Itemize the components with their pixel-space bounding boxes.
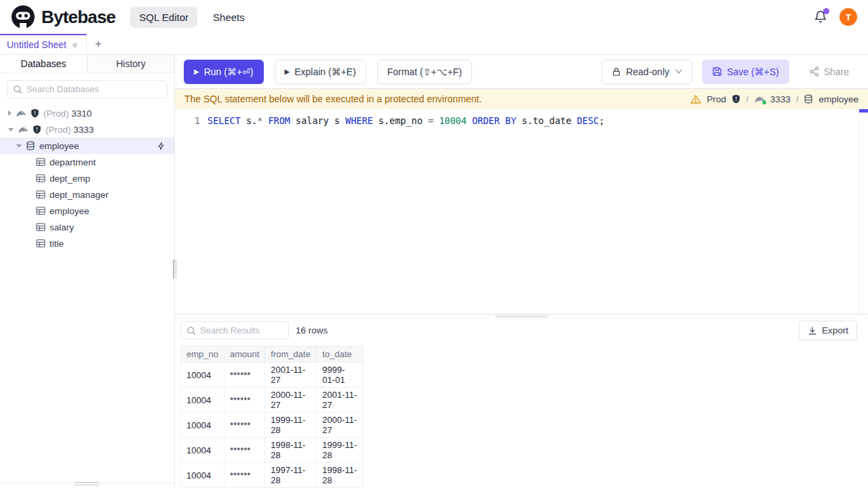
search-databases-input[interactable] bbox=[26, 84, 161, 94]
main-nav: SQL Editor Sheets bbox=[130, 7, 254, 28]
instance-online-dot bbox=[762, 100, 766, 104]
breadcrumb-database[interactable]: employee bbox=[818, 94, 859, 104]
search-icon bbox=[186, 326, 196, 336]
breadcrumb-instance[interactable]: 3333 bbox=[770, 94, 791, 104]
tab-databases[interactable]: Databases bbox=[0, 55, 87, 73]
sidebar-table-dept_manager[interactable]: dept_manager bbox=[0, 186, 174, 203]
table-row[interactable]: 10004******2001-11-279999-01-01 bbox=[181, 363, 363, 388]
sql-token: s.emp_no bbox=[373, 115, 428, 126]
environment-shield-icon bbox=[31, 108, 39, 118]
table-row[interactable]: 10004******2000-11-272001-11-27 bbox=[181, 388, 363, 413]
table-name: dept_emp bbox=[50, 174, 90, 184]
table-cell: ****** bbox=[224, 388, 264, 413]
instance-prod-3310[interactable]: (Prod) 3310 bbox=[0, 105, 174, 121]
chevron-down-icon bbox=[675, 69, 682, 74]
database-tree: (Prod) 3310 (Prod) 3333 employee bbox=[0, 105, 174, 251]
sidebar-bottom-resize-handle[interactable] bbox=[75, 481, 99, 487]
sidebar-resize-handle[interactable] bbox=[172, 260, 177, 279]
share-button[interactable]: Share bbox=[799, 60, 859, 84]
overview-ruler-mark bbox=[859, 109, 868, 113]
content: Databases History (Prod) 3310 (Pr bbox=[0, 55, 868, 488]
column-header-amount[interactable]: amount bbox=[224, 346, 264, 363]
sidebar-table-salary[interactable]: salary bbox=[0, 219, 174, 235]
share-icon bbox=[809, 66, 819, 77]
caret-right-icon[interactable] bbox=[8, 110, 12, 116]
run-button[interactable]: ▶ Run (⌘+⏎) bbox=[184, 60, 264, 84]
navbar-right: T bbox=[814, 8, 857, 26]
sidebar: Databases History (Prod) 3310 (Pr bbox=[0, 55, 175, 488]
column-header-emp_no[interactable]: emp_no bbox=[181, 346, 224, 363]
top-navbar: Bytebase SQL Editor Sheets T bbox=[0, 0, 868, 34]
table-icon bbox=[36, 174, 45, 182]
instance-prod-3333[interactable]: (Prod) 3333 bbox=[0, 121, 174, 138]
sidebar-table-employee[interactable]: employee bbox=[0, 203, 174, 219]
environment-shield-icon bbox=[732, 94, 741, 104]
table-row[interactable]: 10004******1997-11-281998-11-28 bbox=[181, 463, 363, 488]
table-row[interactable]: 10004******1999-11-282000-11-27 bbox=[181, 413, 363, 438]
nav-sql-editor[interactable]: SQL Editor bbox=[130, 7, 197, 28]
editor-toolbar: ▶ Run (⌘+⏎) ▶ Explain (⌘+E) Format (⇧+⌥+… bbox=[175, 55, 868, 89]
new-sheet-button[interactable]: + bbox=[87, 34, 110, 54]
banner-message: The SQL statement below will be executed… bbox=[184, 94, 481, 104]
results-search[interactable] bbox=[180, 321, 289, 340]
save-button[interactable]: Save (⌘+S) bbox=[702, 60, 789, 84]
unsaved-dot-icon bbox=[73, 43, 77, 47]
caret-down-icon[interactable] bbox=[8, 128, 14, 131]
sidebar-table-title[interactable]: title bbox=[0, 235, 174, 251]
mysql-icon bbox=[754, 95, 765, 104]
play-icon: ▶ bbox=[285, 68, 290, 75]
table-name: employee bbox=[50, 206, 90, 216]
sql-statement: SELECT s.* FROM salary s WHERE s.emp_no … bbox=[208, 115, 604, 127]
table-cell: 9999-01-01 bbox=[317, 363, 363, 388]
tab-history[interactable]: History bbox=[87, 55, 174, 73]
table-row[interactable]: 10004******1998-11-281999-11-28 bbox=[181, 438, 363, 463]
table-cell: ****** bbox=[224, 463, 264, 488]
caret-down-icon[interactable] bbox=[16, 144, 22, 148]
sql-token: DESC bbox=[577, 115, 599, 126]
column-header-to_date[interactable]: to_date bbox=[317, 346, 363, 363]
results-table: emp_noamountfrom_dateto_date10004******2… bbox=[180, 346, 363, 488]
table-cell: ****** bbox=[224, 438, 264, 463]
table-cell: 2001-11-27 bbox=[317, 388, 363, 413]
table-name: department bbox=[50, 157, 96, 167]
avatar[interactable]: T bbox=[840, 8, 857, 26]
format-button[interactable]: Format (⇧+⌥+F) bbox=[377, 60, 472, 84]
sql-token: 10004 bbox=[439, 115, 467, 126]
sidebar-table-dept_emp[interactable]: dept_emp bbox=[0, 170, 174, 186]
nav-sheets[interactable]: Sheets bbox=[204, 7, 254, 28]
sidebar-table-department[interactable]: department bbox=[0, 154, 174, 170]
main-panel: ▶ Run (⌘+⏎) ▶ Explain (⌘+E) Format (⇧+⌥+… bbox=[175, 55, 868, 488]
table-cell: 1999-11-28 bbox=[317, 438, 363, 463]
table-cell: 10004 bbox=[181, 413, 224, 438]
table-icon bbox=[36, 223, 45, 231]
mysql-icon bbox=[18, 125, 28, 134]
brand-name: Bytebase bbox=[41, 7, 115, 28]
export-button[interactable]: Export bbox=[799, 321, 857, 340]
results-resize-handle[interactable] bbox=[495, 315, 548, 318]
readonly-mode-dropdown[interactable]: Read-only bbox=[601, 60, 692, 84]
sheet-tab-bar: Untitled Sheet + bbox=[0, 34, 868, 55]
sql-token: s. bbox=[241, 115, 257, 126]
table-cell: 1999-11-28 bbox=[265, 413, 317, 438]
table-list: departmentdept_empdept_manageremployeesa… bbox=[0, 154, 174, 251]
tab-untitled-sheet[interactable]: Untitled Sheet bbox=[0, 34, 87, 54]
sql-token bbox=[467, 115, 472, 126]
database-employee[interactable]: employee bbox=[0, 138, 174, 154]
column-header-from_date[interactable]: from_date bbox=[265, 346, 317, 363]
database-search[interactable] bbox=[7, 80, 167, 98]
table-cell: 10004 bbox=[181, 463, 224, 488]
sql-token: s.to_date bbox=[516, 115, 576, 126]
sql-editor[interactable]: 1 SELECT s.* FROM salary s WHERE s.emp_n… bbox=[175, 109, 868, 314]
brand[interactable]: Bytebase bbox=[11, 5, 115, 29]
connection-breadcrumb: Prod / 3333 / employee bbox=[690, 94, 859, 104]
protected-environment-banner: The SQL statement below will be executed… bbox=[175, 89, 868, 109]
sql-token: ; bbox=[599, 115, 604, 126]
search-results-input[interactable] bbox=[200, 325, 283, 336]
notifications-bell-icon[interactable] bbox=[814, 10, 827, 24]
breadcrumb-environment[interactable]: Prod bbox=[707, 94, 726, 104]
explain-button[interactable]: ▶ Explain (⌘+E) bbox=[275, 60, 366, 84]
search-icon bbox=[13, 85, 22, 94]
sidebar-tabs: Databases History bbox=[0, 55, 174, 73]
quick-action-bolt-icon[interactable] bbox=[157, 142, 165, 150]
results-toolbar: 16 rows Export bbox=[175, 314, 868, 346]
